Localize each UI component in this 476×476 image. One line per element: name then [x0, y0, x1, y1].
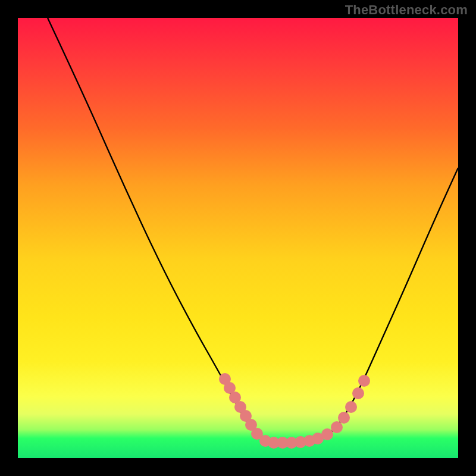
watermark-text: TheBottleneck.com: [345, 2, 468, 18]
highlight-dot: [295, 436, 306, 448]
highlight-dot: [331, 421, 343, 433]
highlight-dot: [259, 435, 271, 447]
highlight-dot: [312, 433, 324, 444]
highlight-dot: [245, 419, 257, 431]
highlight-dot: [338, 412, 350, 424]
highlight-dot: [303, 435, 315, 447]
highlight-dot: [234, 401, 246, 413]
highlight-dot: [321, 428, 333, 440]
highlight-dots: [219, 373, 370, 449]
bottleneck-curve: [48, 18, 458, 443]
highlight-dot: [219, 373, 231, 385]
curve-layer: [18, 18, 458, 458]
highlight-dot: [358, 375, 370, 387]
highlight-dot: [229, 392, 241, 403]
plot-area: [18, 18, 458, 458]
highlight-dot: [251, 428, 263, 440]
highlight-dot: [268, 437, 280, 449]
highlight-dot: [345, 401, 357, 413]
highlight-dot: [352, 387, 364, 399]
highlight-dot: [286, 437, 298, 449]
highlight-dot: [224, 382, 236, 394]
chart-stage: TheBottleneck.com: [0, 0, 476, 476]
highlight-dot: [277, 437, 289, 449]
highlight-dot: [240, 410, 252, 422]
